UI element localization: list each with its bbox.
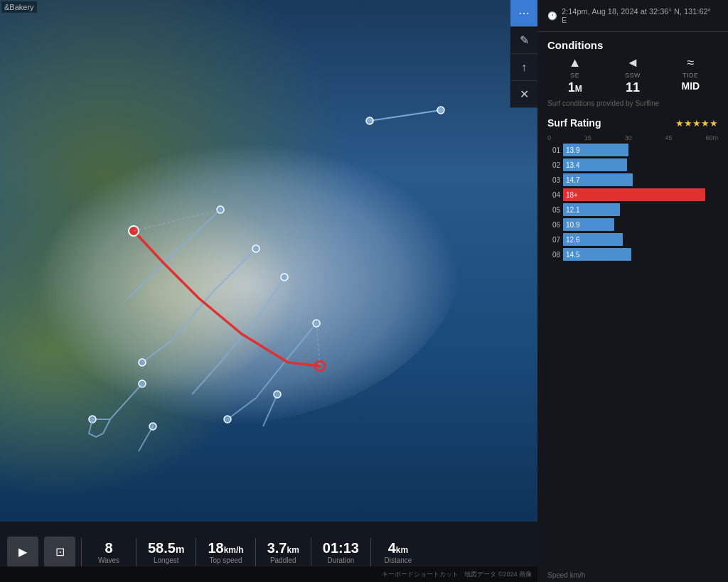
wave-bar-fill: 18+ xyxy=(563,188,705,201)
swell-condition: ◄ SSW 11 xyxy=(605,55,660,95)
svg-point-9 xyxy=(89,416,96,423)
distance-stat: 4km Distance xyxy=(377,540,419,564)
swell-arrow-icon: ◄ xyxy=(626,55,639,70)
waves-label: Waves xyxy=(98,556,119,564)
wave-bar-fill: 14.7 xyxy=(563,173,633,186)
map-data-text: 地図データ ©2024 画像 xyxy=(464,570,532,579)
wind-unit: M xyxy=(575,84,582,94)
divider-5 xyxy=(311,538,311,566)
svg-point-1 xyxy=(437,107,444,114)
tide-value: MID xyxy=(681,80,700,92)
tide-condition: ≈ TIDE MID xyxy=(663,55,718,95)
right-panel: 🕐 2:14pm, Aug 18, 2024 at 32:36° N, 131:… xyxy=(537,0,728,582)
top-speed-label: Top speed xyxy=(209,556,242,564)
wave-bar-fill: 10.9 xyxy=(563,218,614,231)
wave-bar-value: 13.4 xyxy=(566,161,579,169)
top-speed-value: 18km/h xyxy=(208,540,243,556)
bars-container: 0113.90213.40314.70418+0512.10610.90712.… xyxy=(547,144,718,261)
wave-bar-track: 12.1 xyxy=(563,203,718,216)
keyboard-shortcut-text: キーボードショートカット xyxy=(382,570,459,579)
waves-stat: 8 Waves xyxy=(87,540,130,564)
surfline-credit: Surf conditions provided by Surfline xyxy=(537,95,728,112)
crop-button[interactable]: ⊡ xyxy=(44,537,75,568)
wave-bar-track: 14.5 xyxy=(563,248,718,261)
wind-label: SE xyxy=(570,72,579,79)
wind-value: 1M xyxy=(568,80,582,95)
surf-rating-title: Surf Rating xyxy=(547,117,601,129)
divider-3 xyxy=(196,538,196,566)
wave-bar-row: 0213.4 xyxy=(547,158,718,171)
wave-bar-fill: 13.9 xyxy=(563,144,628,156)
wave-bar-row: 0512.1 xyxy=(547,203,718,216)
wave-bar-track: 13.4 xyxy=(563,158,718,171)
surf-rating-stars: ★★★★★ xyxy=(675,118,718,129)
divider-2 xyxy=(136,538,136,566)
wave-bar-track: 10.9 xyxy=(563,218,718,231)
wave-bar-fill: 12.1 xyxy=(563,203,620,216)
menu-button[interactable]: ⋯ xyxy=(510,0,537,27)
wave-bar-label: 01 xyxy=(547,146,560,154)
timestamp-row: 🕐 2:14pm, Aug 18, 2024 at 32:36° N, 131:… xyxy=(547,7,718,24)
wave-bar-track: 18+ xyxy=(563,188,718,201)
wave-bar-label: 07 xyxy=(547,236,560,244)
conditions-title: Conditions xyxy=(537,32,728,55)
wave-bar-track: 14.7 xyxy=(563,173,718,186)
distance-value: 4km xyxy=(388,540,408,556)
wave-bar-track: 12.6 xyxy=(563,233,718,246)
wave-bar-value: 18+ xyxy=(566,191,578,199)
wave-bar-label: 06 xyxy=(547,221,560,229)
map-buttons-panel: ⋯ ✎ ↑ ✕ xyxy=(510,0,537,108)
duration-value: 01:13 xyxy=(323,540,359,556)
wave-bar-value: 12.6 xyxy=(566,236,579,244)
wave-bar-label: 08 xyxy=(547,251,560,259)
paddled-label: Paddled xyxy=(270,556,296,564)
share-button[interactable]: ↑ xyxy=(510,54,537,81)
play-button[interactable]: ▶ xyxy=(7,537,38,568)
longest-value: 58.5m xyxy=(148,540,184,556)
wave-bar-fill: 12.6 xyxy=(563,233,623,246)
wave-bar-label: 02 xyxy=(547,161,560,169)
wave-bar-value: 13.9 xyxy=(566,146,579,154)
crop-icon: ⊡ xyxy=(55,545,65,559)
wave-bar-row: 0418+ xyxy=(547,188,718,201)
clock-icon: 🕐 xyxy=(547,11,557,21)
wind-arrow-icon: ▲ xyxy=(569,55,582,70)
svg-point-0 xyxy=(366,117,373,124)
swell-value: 11 xyxy=(626,80,640,95)
wave-bar-row: 0314.7 xyxy=(547,173,718,186)
edit-button[interactable]: ✎ xyxy=(510,27,537,54)
timestamp-text: 2:14pm, Aug 18, 2024 at 32:36° N, 131:62… xyxy=(562,7,718,24)
close-button[interactable]: ✕ xyxy=(510,81,537,108)
tide-label: TIDE xyxy=(682,72,699,79)
paddled-stat: 3.7km Paddled xyxy=(262,540,305,564)
wave-area xyxy=(36,142,462,426)
conditions-grid: ▲ SE 1M ◄ SSW 11 ≈ TIDE MID xyxy=(537,55,728,95)
map-container[interactable]: &Bakery xyxy=(0,0,537,582)
wave-bar-fill: 14.5 xyxy=(563,248,631,261)
panel-header: 🕐 2:14pm, Aug 18, 2024 at 32:36° N, 131:… xyxy=(537,0,728,32)
wave-bar-label: 04 xyxy=(547,191,560,199)
speed-label: Speed km/h xyxy=(537,568,728,582)
wave-bar-value: 14.5 xyxy=(566,251,579,259)
duration-stat: 01:13 Duration xyxy=(317,540,365,564)
map-background: &Bakery xyxy=(0,0,537,582)
shortcut-bar: キーボードショートカット 地図データ ©2024 画像 xyxy=(0,566,537,582)
tide-icon: ≈ xyxy=(687,55,694,70)
wave-bar-row: 0814.5 xyxy=(547,248,718,261)
divider-6 xyxy=(370,538,371,566)
wave-bar-value: 10.9 xyxy=(566,221,579,229)
duration-label: Duration xyxy=(327,556,354,564)
wind-condition: ▲ SE 1M xyxy=(547,55,602,95)
play-icon: ▶ xyxy=(18,545,27,559)
paddled-value: 3.7km xyxy=(267,540,299,556)
wave-bar-value: 12.1 xyxy=(566,206,579,214)
map-bakery-label: &Bakery xyxy=(1,1,37,13)
wave-bar-track: 13.9 xyxy=(563,144,718,156)
chart-container: 015304560m 0113.90213.40314.70418+0512.1… xyxy=(537,131,728,568)
waves-value: 8 xyxy=(105,540,112,556)
divider-1 xyxy=(81,538,82,566)
wave-bar-row: 0610.9 xyxy=(547,218,718,231)
wave-bar-label: 05 xyxy=(547,206,560,214)
chart-axis: 015304560m xyxy=(547,134,718,141)
wave-bar-row: 0712.6 xyxy=(547,233,718,246)
